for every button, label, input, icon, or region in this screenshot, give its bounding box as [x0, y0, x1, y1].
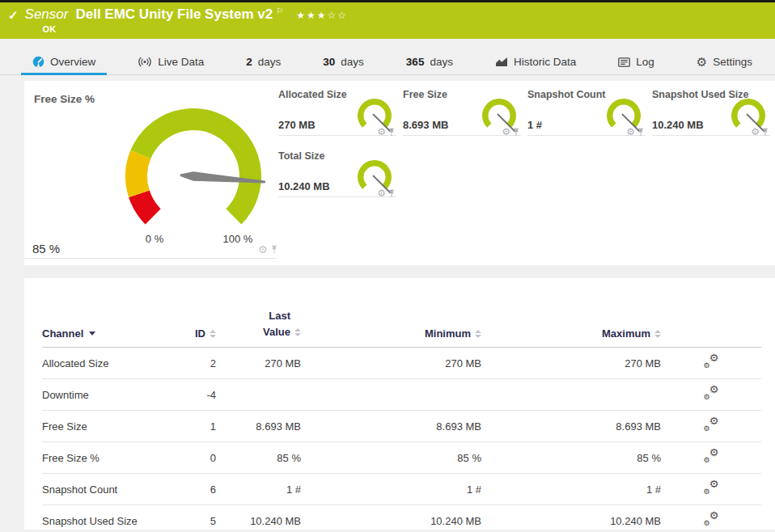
sensor-header: ✓ Sensor Dell EMC Unity File System v2 ⚐… [0, 2, 775, 39]
cell-id: 5 [163, 505, 216, 532]
column-header-last-value[interactable]: Last Value [216, 308, 301, 348]
cell-maximum: 10.240 MB [481, 505, 661, 532]
priority-stars[interactable]: ★★★☆☆ [296, 10, 348, 21]
cell-channel: Snapshot Used Size [42, 505, 163, 532]
tile-value: 1 # [527, 119, 542, 131]
sort-caret-down-icon [89, 331, 95, 336]
tile-settings-gear-icon[interactable]: ⚙ [502, 127, 510, 137]
tab-log[interactable]: Log [607, 56, 666, 74]
gauges-panel: Free Size % 0 % 100 % 85 % ⚙ Allocated S… [24, 81, 775, 265]
tab-label: Settings [713, 56, 752, 68]
tile-title: Total Size [278, 150, 324, 162]
header-label: Maximum [602, 327, 650, 340]
cell-maximum: 8.693 MB [481, 411, 661, 442]
sensor-status-badge: OK [43, 24, 348, 34]
tile-value: 270 MB [278, 119, 316, 131]
tab-number: 2 [246, 56, 252, 68]
channel-settings-gears-icon[interactable]: ⚙⚙ [704, 418, 719, 432]
pin-icon[interactable] [388, 128, 396, 137]
channel-settings-gears-icon[interactable]: ⚙⚙ [704, 450, 719, 463]
tab-label: days [258, 56, 282, 68]
cell-channel: Allocated Size [42, 348, 163, 379]
primary-channel-tile: Free Size % 0 % 100 % 85 % ⚙ [24, 81, 277, 259]
table-row: Allocated Size 2 270 MB 270 MB 270 MB ⚙⚙ [42, 348, 761, 379]
cell-last-value [216, 379, 301, 411]
free-size-percent-gauge [116, 99, 270, 253]
tab-number: 30 [323, 56, 335, 68]
primary-channel-title: Free Size % [34, 93, 95, 105]
cell-minimum: 270 MB [301, 348, 481, 379]
tab-settings[interactable]: ⚙ Settings [685, 56, 764, 74]
tab-overview[interactable]: Overview [21, 56, 107, 74]
cell-minimum: 1 # [301, 474, 481, 505]
tile-value: 8.693 MB [403, 119, 448, 131]
tile-settings-gear-icon[interactable]: ⚙ [377, 188, 386, 198]
column-header-maximum[interactable]: Maximum [481, 308, 661, 348]
live-data-icon [138, 57, 152, 67]
tab-historic-data[interactable]: Historic Data [484, 56, 587, 74]
pin-icon[interactable] [270, 245, 278, 254]
sort-arrows-icon [210, 330, 216, 338]
log-icon [618, 57, 630, 67]
cell-maximum: 270 MB [481, 348, 661, 379]
channel-settings-gears-icon[interactable]: ⚙⚙ [704, 481, 719, 495]
pin-icon[interactable] [637, 128, 645, 137]
column-header-channel[interactable]: Channel [42, 308, 163, 348]
channel-settings-gears-icon[interactable]: ⚙⚙ [704, 386, 719, 400]
cell-maximum [481, 379, 661, 411]
tab-label: Historic Data [514, 56, 576, 68]
gear-icon: ⚙ [697, 56, 707, 68]
column-header-id[interactable]: ID [163, 308, 216, 348]
cell-maximum: 1 # [481, 474, 661, 505]
sensor-tabbar: Overview Live Data 2 days 30 days 365 da… [0, 56, 775, 75]
cell-minimum: 85 % [301, 442, 481, 474]
object-kind-label: Sensor [25, 6, 69, 23]
channel-settings-gears-icon[interactable]: ⚙⚙ [704, 513, 719, 526]
pin-icon[interactable] [761, 128, 769, 137]
table-row: Snapshot Count 6 1 # 1 # 1 # ⚙⚙ [42, 474, 761, 505]
tab-2-days[interactable]: 2 days [235, 56, 292, 74]
tile-settings-gear-icon[interactable]: ⚙ [377, 127, 386, 137]
pin-icon[interactable] [388, 189, 396, 198]
cell-channel: Free Size [42, 411, 163, 442]
column-header-minimum[interactable]: Minimum [301, 308, 481, 348]
table-row: Free Size % 0 85 % 85 % 85 % ⚙⚙ [42, 442, 761, 474]
cell-last-value: 10.240 MB [216, 505, 301, 532]
tile-value: 10.240 MB [278, 180, 330, 192]
cell-id: 0 [163, 442, 216, 474]
tab-label: days [430, 56, 453, 68]
sort-arrows-icon [294, 328, 301, 336]
tile-settings-gear-icon[interactable]: ⚙ [258, 244, 268, 255]
channel-settings-gears-icon[interactable]: ⚙⚙ [704, 355, 719, 369]
cell-minimum: 10.240 MB [301, 505, 481, 532]
tab-live-data[interactable]: Live Data [126, 56, 215, 74]
tab-30-days[interactable]: 30 days [311, 56, 375, 74]
gauge-max-label: 100 % [217, 233, 259, 245]
channels-table-panel: Channel ID Last Value Minimum Maximum [24, 278, 775, 530]
header-label: Minimum [425, 327, 471, 340]
tab-label: Overview [50, 56, 95, 68]
tab-365-days[interactable]: 365 days [395, 56, 464, 74]
table-header-row: Channel ID Last Value Minimum Maximum [42, 308, 761, 348]
channel-tile-snapshot-used-size: Snapshot Used Size 10.240 MB ⚙ [652, 81, 770, 136]
channel-tile-snapshot-count: Snapshot Count 1 # ⚙ [527, 81, 646, 136]
header-label: Channel [42, 327, 83, 340]
tile-settings-gear-icon[interactable]: ⚙ [751, 127, 760, 137]
cell-maximum: 85 % [481, 442, 661, 474]
cell-id: 2 [163, 348, 216, 379]
cell-id: 1 [163, 411, 216, 442]
flag-icon[interactable]: ⚐ [276, 6, 283, 15]
channel-tile-free-size: Free Size 8.693 MB ⚙ [403, 81, 521, 136]
cell-id: 6 [163, 474, 216, 505]
cell-last-value: 1 # [216, 474, 301, 505]
channel-tile-total-size: Total Size 10.240 MB ⚙ [278, 142, 396, 197]
tile-settings-gear-icon[interactable]: ⚙ [626, 127, 635, 137]
overview-content: Free Size % 0 % 100 % 85 % ⚙ Allocated S… [0, 81, 775, 530]
cell-channel: Snapshot Count [42, 474, 163, 505]
tile-value: 10.240 MB [652, 119, 704, 131]
cell-minimum [301, 379, 481, 411]
sensor-title: Dell EMC Unity File System v2 [75, 6, 273, 23]
pin-icon[interactable] [512, 128, 520, 137]
area-chart-icon [495, 57, 508, 67]
tile-title: Snapshot Count [527, 89, 606, 100]
